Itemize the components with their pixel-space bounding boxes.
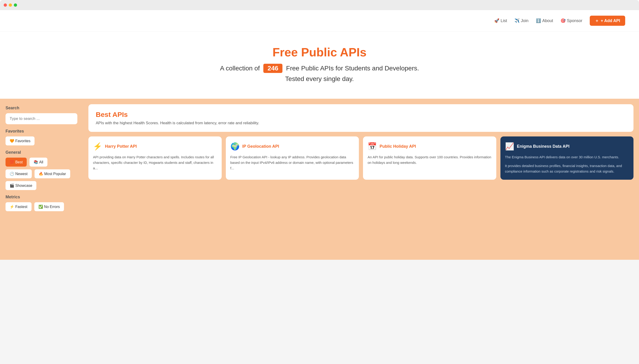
api-card-header-ip-geolocation: 🌍 IP Geolocation API xyxy=(230,142,354,151)
nav-about[interactable]: ℹ️ About xyxy=(536,18,553,23)
nav-sponsor-label: Sponsor xyxy=(567,18,582,23)
filter-showcase[interactable]: 🎬 Showcase xyxy=(6,181,36,190)
enigma-icon: 📈 xyxy=(505,142,514,151)
maximize-button[interactable] xyxy=(14,4,17,7)
public-holiday-icon: 📅 xyxy=(368,142,377,151)
right-panel: Best APIs APIs with the highest Health S… xyxy=(83,99,639,260)
best-apis-header-card: Best APIs APIs with the highest Health S… xyxy=(88,104,633,132)
api-card-ip-geolocation[interactable]: 🌍 IP Geolocation API Free IP Geolocation… xyxy=(226,136,359,180)
enigma-name: Enigma Business Data API xyxy=(517,144,569,149)
best-apis-description: APIs with the highest Health Scores. Hea… xyxy=(96,121,626,126)
best-apis-title: Best APIs xyxy=(96,111,626,118)
minimize-button[interactable] xyxy=(9,4,12,7)
header: 🚀 List ✈️ Join ℹ️ About 🎯 Sponsor ＋ + Ad… xyxy=(0,10,639,32)
filter-best[interactable]: 💯 Best xyxy=(6,158,27,166)
metrics-filters-row: ⚡ Fastest ✅ No Errors xyxy=(6,202,77,211)
filter-all[interactable]: 📚 All xyxy=(30,158,47,166)
api-card-header-harry-potter: ⚡ Harry Potter API xyxy=(93,142,217,151)
api-card-public-holiday[interactable]: 📅 Public Holiday API An API for public h… xyxy=(363,136,496,180)
harry-potter-desc: API providing data on Harry Potter chara… xyxy=(93,154,217,171)
api-cards-grid: ⚡ Harry Potter API API providing data on… xyxy=(88,136,633,180)
about-icon: ℹ️ xyxy=(536,18,541,23)
filter-no-errors-label: ✅ No Errors xyxy=(39,204,60,209)
filter-best-label: 💯 Best xyxy=(10,160,23,164)
sponsor-icon: 🎯 xyxy=(560,18,565,23)
hero-subtitle-prefix: A collection of xyxy=(220,65,260,72)
harry-potter-name: Harry Potter API xyxy=(105,144,137,149)
filter-newest-label: 🕐 Newest xyxy=(10,172,28,176)
public-holiday-desc: An API for public holiday data. Supports… xyxy=(368,154,492,166)
general-filters-row3: 🎬 Showcase xyxy=(6,181,77,190)
nav-join-label: Join xyxy=(521,18,528,23)
public-holiday-name: Public Holiday API xyxy=(380,144,416,149)
filter-most-popular[interactable]: 🔥 Most Popular xyxy=(35,169,70,178)
add-api-button[interactable]: ＋ + Add API xyxy=(590,16,625,26)
ip-geolocation-name: IP Geolocation API xyxy=(242,144,279,149)
harry-potter-icon: ⚡ xyxy=(93,142,102,151)
nav-sponsor[interactable]: 🎯 Sponsor xyxy=(560,18,582,23)
general-section-label: General xyxy=(6,150,77,155)
ip-geolocation-icon: 🌍 xyxy=(230,142,240,151)
api-count-badge: 246 xyxy=(263,64,282,73)
add-api-label: + Add API xyxy=(601,18,620,23)
hero-subtitle-suffix: Free Public APIs for Students and Develo… xyxy=(286,65,419,72)
api-card-harry-potter[interactable]: ⚡ Harry Potter API API providing data on… xyxy=(88,136,222,180)
search-input[interactable] xyxy=(6,113,77,124)
enigma-desc: The Enigma Business API delivers data on… xyxy=(505,154,629,160)
api-card-enigma[interactable]: 📈 Enigma Business Data API The Enigma Bu… xyxy=(500,136,634,180)
filter-most-popular-label: 🔥 Most Popular xyxy=(39,172,66,176)
search-section-label: Search xyxy=(6,106,77,110)
filter-fastest[interactable]: ⚡ Fastest xyxy=(6,202,32,211)
main-content: Search Favorites 🧡 Favorites General 💯 B… xyxy=(0,99,639,260)
list-icon: 🚀 xyxy=(494,18,499,23)
favorites-filters: 🧡 Favorites xyxy=(6,136,77,146)
enigma-desc-secondary: It provides detailed business profiles, … xyxy=(505,163,629,174)
filter-all-label: 📚 All xyxy=(34,160,43,164)
hero-tagline: Tested every single day. xyxy=(9,75,630,82)
filter-fastest-label: ⚡ Fastest xyxy=(10,204,28,209)
hero-section: Free Public APIs A collection of 246 Fre… xyxy=(0,32,639,99)
api-card-header-enigma: 📈 Enigma Business Data API xyxy=(505,142,629,151)
window-chrome xyxy=(0,0,639,10)
nav-join[interactable]: ✈️ Join xyxy=(514,18,528,23)
ip-geolocation-desc: Free IP Geolocation API - lookup any IP … xyxy=(230,154,354,171)
api-card-header-public-holiday: 📅 Public Holiday API xyxy=(368,142,492,151)
join-icon: ✈️ xyxy=(514,18,519,23)
general-filters-row1: 💯 Best 📚 All xyxy=(6,158,77,166)
favorites-section-label: Favorites xyxy=(6,129,77,134)
close-button[interactable] xyxy=(4,4,7,7)
filter-no-errors[interactable]: ✅ No Errors xyxy=(34,202,64,211)
filter-newest[interactable]: 🕐 Newest xyxy=(6,169,32,178)
favorites-button[interactable]: 🧡 Favorites xyxy=(6,136,35,146)
nav-list[interactable]: 🚀 List xyxy=(494,18,507,23)
metrics-section-label: Metrics xyxy=(6,195,77,200)
filter-showcase-label: 🎬 Showcase xyxy=(10,184,32,188)
sidebar: Search Favorites 🧡 Favorites General 💯 B… xyxy=(0,99,83,260)
favorites-label: 🧡 Favorites xyxy=(10,139,30,143)
nav-list-label: List xyxy=(501,18,507,23)
nav-about-label: About xyxy=(542,18,553,23)
general-filters-row2: 🕐 Newest 🔥 Most Popular xyxy=(6,169,77,178)
hero-title: Free Public APIs xyxy=(9,45,630,59)
add-api-icon: ＋ xyxy=(595,18,599,24)
hero-subtitle: A collection of 246 Free Public APIs for… xyxy=(9,64,630,73)
